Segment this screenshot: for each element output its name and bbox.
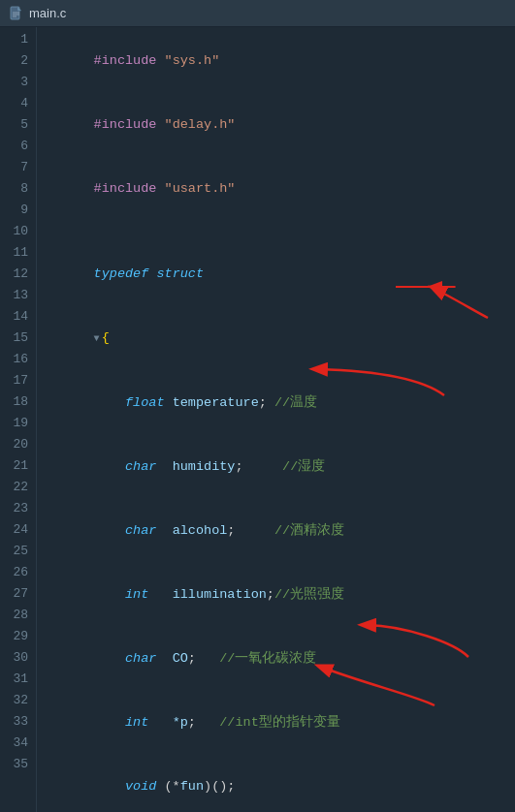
code-line-1: #include "sys.h" xyxy=(47,29,515,93)
code-line-10: int illumination;//光照强度 xyxy=(47,563,515,627)
line-num-35: 35 xyxy=(0,754,28,775)
title-bar: main.c xyxy=(0,0,515,27)
line-num-17: 17 xyxy=(0,370,28,391)
line-num-4: 4 xyxy=(0,93,28,114)
fold-icon-6[interactable]: ▼ xyxy=(94,328,100,350)
line-num-32: 32 xyxy=(0,690,28,711)
line-num-23: 23 xyxy=(0,498,28,519)
keyword-include: #include xyxy=(94,53,157,68)
line-num-14: 14 xyxy=(0,306,28,328)
line-num-20: 20 xyxy=(0,434,28,455)
file-name: main.c xyxy=(29,6,66,20)
code-line-13: void (*fun)(); xyxy=(47,755,515,812)
line-num-25: 25 xyxy=(0,541,28,562)
line-num-34: 34 xyxy=(0,733,28,754)
line-num-2: 2 xyxy=(0,50,28,72)
line-num-24: 24 xyxy=(0,519,28,541)
code-editor: 1 2 3 4 5 6 7 8 9 10 11 12 13 14 15 16 1… xyxy=(0,27,515,812)
line-num-5: 5 xyxy=(0,114,28,136)
line-num-10: 10 xyxy=(0,221,28,242)
keyword-include: #include xyxy=(94,117,157,132)
line-num-27: 27 xyxy=(0,583,28,605)
line-num-21: 21 xyxy=(0,455,28,477)
file-icon xyxy=(10,6,23,21)
line-num-3: 3 xyxy=(0,72,28,93)
line-num-29: 29 xyxy=(0,626,28,647)
line-num-31: 31 xyxy=(0,669,28,690)
code-line-9: char alcohol; //酒精浓度 xyxy=(47,499,515,563)
line-num-11: 11 xyxy=(0,242,28,264)
line-numbers: 1 2 3 4 5 6 7 8 9 10 11 12 13 14 15 16 1… xyxy=(0,27,37,812)
code-content: #include "sys.h" #include "delay.h" #inc… xyxy=(37,27,515,812)
line-num-8: 8 xyxy=(0,178,28,200)
line-num-7: 7 xyxy=(0,157,28,178)
line-num-13: 13 xyxy=(0,285,28,306)
line-num-18: 18 xyxy=(0,391,28,413)
code-line-4 xyxy=(47,221,515,242)
line-num-26: 26 xyxy=(0,562,28,583)
line-num-9: 9 xyxy=(0,200,28,221)
line-num-28: 28 xyxy=(0,605,28,626)
line-num-19: 19 xyxy=(0,413,28,434)
line-num-1: 1 xyxy=(0,29,28,50)
keyword-include: #include xyxy=(94,181,157,196)
code-line-7: float temperature; //温度 xyxy=(47,371,515,435)
code-line-6: ▼{ xyxy=(47,306,515,371)
code-line-5: typedef struct xyxy=(47,242,515,306)
line-num-16: 16 xyxy=(0,349,28,370)
line-num-33: 33 xyxy=(0,711,28,733)
line-num-6: 6 xyxy=(0,136,28,157)
code-line-12: int *p; //int型的指针变量 xyxy=(47,691,515,755)
code-line-8: char humidity; //湿度 xyxy=(47,435,515,499)
code-line-11: char CO; //一氧化碳浓度 xyxy=(47,627,515,691)
line-num-12: 12 xyxy=(0,264,28,285)
line-num-22: 22 xyxy=(0,477,28,498)
code-line-2: #include "delay.h" xyxy=(47,93,515,157)
line-num-30: 30 xyxy=(0,647,28,669)
line-num-15: 15 xyxy=(0,328,28,349)
code-line-3: #include "usart.h" xyxy=(47,157,515,221)
